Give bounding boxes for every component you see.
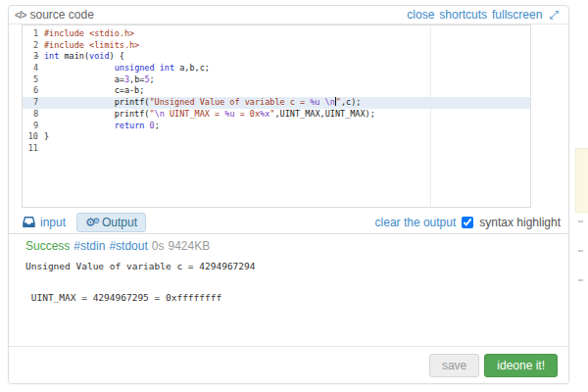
source-code-header: </> source code close shortcuts fullscre… [9,6,568,24]
gears-icon: ⚙⚙ [85,217,97,227]
code-line-5[interactable]: 5 a=3,b=5; [23,74,530,86]
shortcuts-link[interactable]: shortcuts [439,8,487,22]
output-controls: clear the output syntax highlight [375,216,568,229]
syntax-highlight-checkbox[interactable] [462,217,473,228]
line-number: 3− [23,51,44,63]
line-number: 8 [23,109,44,121]
ideone-widget: </> source code close shortcuts fullscre… [8,5,569,384]
tab-input[interactable]: input [14,213,74,232]
tab-output-label: Output [102,216,137,229]
run-memory: 9424KB [168,239,210,253]
line-number: 5 [23,74,44,86]
save-button[interactable]: save [429,354,479,377]
stdout-link[interactable]: #stdout [109,239,147,253]
syntax-highlight-label: syntax highlight [479,216,561,229]
stdin-link[interactable]: #stdin [74,239,105,253]
code-line-3[interactable]: 3−int main(void) { [23,51,530,63]
line-number: 9 [23,121,44,132]
header-links: close shortcuts fullscreen ⤢ [407,8,559,22]
fullscreen-expand-icon[interactable]: ⤢ [549,8,559,22]
status-badge: Success [25,239,70,253]
code-line-4[interactable]: 4 unsigned int a,b,c; [23,63,530,74]
io-tab-bar: input ⚙⚙ Output clear the output syntax … [9,211,568,234]
tab-output[interactable]: ⚙⚙ Output [76,213,146,232]
code-area[interactable]: 1#include <stdio.h>2#include <limits.h>3… [23,25,530,155]
run-button[interactable]: ideone it! [484,354,558,377]
footer-bar: save ideone it! [9,346,568,383]
line-number: 7 [23,97,44,109]
code-line-8[interactable]: 8 printf("\n UINT_MAX = %u = 0x%x",UINT_… [23,109,530,121]
run-time: 0s [152,239,165,253]
line-number: 11 [23,143,44,155]
status-line: Success #stdin #stdout 0s 9424KB [18,239,560,253]
page-edge-element [575,148,588,213]
inbox-icon [23,217,35,227]
code-line-2[interactable]: 2#include <limits.h> [23,40,530,52]
tab-input-label: input [40,216,66,229]
fold-toggle-icon[interactable]: − [33,51,39,63]
line-number: 10 [23,131,44,143]
code-icon: </> [15,10,25,21]
result-section: Success #stdin #stdout 0s 9424KB Unsigne… [18,239,560,305]
clear-output-link[interactable]: clear the output [375,216,457,229]
line-number: 1 [23,28,44,40]
program-output: Unsigned Value of variable c = 429496729… [25,259,560,305]
line-number: 6 [23,85,44,97]
line-number: 2 [23,40,44,52]
line-number: 4 [23,63,44,74]
code-line-10[interactable]: 10} [23,131,530,143]
code-editor[interactable]: 1#include <stdio.h>2#include <limits.h>3… [22,24,531,208]
close-link[interactable]: close [407,8,434,22]
page-edge-fragments [578,220,586,309]
code-line-11[interactable]: 11 [23,143,530,155]
code-line-9[interactable]: 9 return 0; [23,121,530,132]
source-code-title: source code [29,8,93,22]
fullscreen-link[interactable]: fullscreen [492,8,542,22]
code-line-1[interactable]: 1#include <stdio.h> [23,28,530,40]
code-line-6[interactable]: 6 c=a-b; [23,85,530,97]
code-line-7[interactable]: 7 printf("Unsigned Value of variable c =… [23,97,530,109]
